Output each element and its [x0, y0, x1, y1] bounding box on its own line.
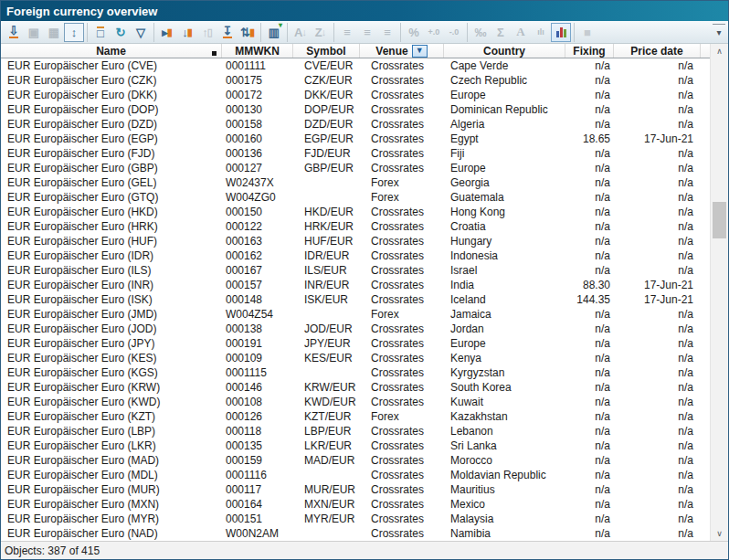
- table-row[interactable]: EUR Europäischer Euro (KZT)000126KZT/EUR…: [1, 409, 710, 424]
- column-header-mmwkn[interactable]: MMWKN: [222, 44, 293, 58]
- table-row[interactable]: EUR Europäischer Euro (GBP)000127GBP/EUR…: [1, 161, 710, 175]
- table-row[interactable]: EUR Europäischer Euro (DZD)000158DZD/EUR…: [1, 117, 710, 132]
- table-cell: n/a: [565, 336, 614, 351]
- table-cell: EGP/EUR: [293, 132, 360, 146]
- sort-za-icon[interactable]: Z↓: [311, 23, 331, 42]
- sort-insert-icon[interactable]: ↧: [217, 23, 238, 42]
- table-cell: 000151: [222, 512, 293, 526]
- table-row[interactable]: EUR Europäischer Euro (HKD)000150HKD/EUR…: [1, 205, 710, 219]
- table-row[interactable]: EUR Europäischer Euro (JPY)000191JPY/EUR…: [1, 336, 710, 351]
- icon-glyph: ≡: [343, 26, 351, 39]
- table-row[interactable]: EUR Europäischer Euro (HUF)000163HUF/EUR…: [1, 234, 710, 248]
- table-row[interactable]: EUR Europäischer Euro (DKK)000172DKK/EUR…: [1, 88, 710, 102]
- vertical-scrollbar[interactable]: ∧ ∨: [710, 44, 728, 541]
- restore-window-icon[interactable]: ▦: [44, 23, 64, 42]
- icon-glyph: +.0: [428, 27, 440, 37]
- add-decimal-icon[interactable]: +.0: [424, 23, 444, 42]
- table-row[interactable]: EUR Europäischer Euro (CVE)0001111CVE/EU…: [1, 58, 710, 73]
- table-row[interactable]: EUR Europäischer Euro (KRW)000146KRW/EUR…: [1, 380, 710, 395]
- align-right-icon[interactable]: ≡: [377, 23, 397, 42]
- table-cell: EUR Europäischer Euro (KRW): [1, 380, 222, 395]
- header-row: NameMMWKNSymbolVenue▼CountryFixingPrice …: [1, 44, 710, 58]
- column-header-symbol[interactable]: Symbol: [293, 44, 360, 58]
- table-row[interactable]: EUR Europäischer Euro (LBP)000118LBP/EUR…: [1, 424, 710, 438]
- table-row[interactable]: EUR Europäischer Euro (MUR)000117MUR/EUR…: [1, 482, 710, 497]
- table-row[interactable]: EUR Europäischer Euro (ILS)000167ILS/EUR…: [1, 263, 710, 278]
- table-row[interactable]: EUR Europäischer Euro (CZK)000175CZK/EUR…: [1, 73, 710, 88]
- cascade-window-icon[interactable]: ▣: [24, 23, 44, 42]
- export-row-icon[interactable]: ⇩: [4, 23, 24, 42]
- table-cell: n/a: [614, 205, 701, 219]
- sort-az-icon[interactable]: A↓: [291, 23, 311, 42]
- table-row[interactable]: EUR Europäischer Euro (INR)000157INR/EUR…: [1, 278, 710, 292]
- stats-icon[interactable]: ‰: [470, 23, 491, 42]
- scroll-down-icon[interactable]: ∨: [711, 526, 728, 541]
- new-view-icon[interactable]: □: [90, 23, 111, 42]
- venue-filter-button[interactable]: ▼: [412, 45, 428, 58]
- table-cell: Jamaica: [444, 307, 565, 322]
- refresh-icon[interactable]: ↻: [111, 23, 131, 42]
- table-cell: 000122: [222, 219, 293, 234]
- table-cell: INR/EUR: [293, 278, 360, 292]
- table-row[interactable]: EUR Europäischer Euro (FJD)000136FJD/EUR…: [1, 146, 710, 161]
- align-left-icon[interactable]: ≡: [337, 23, 357, 42]
- table-row[interactable]: EUR Europäischer Euro (EGP)000160EGP/EUR…: [1, 132, 710, 146]
- table-cell: n/a: [614, 526, 701, 541]
- fit-height-icon[interactable]: ↕: [64, 23, 84, 42]
- table-cell: n/a: [614, 497, 701, 512]
- table-row[interactable]: EUR Europäischer Euro (MYR)000151MYR/EUR…: [1, 512, 710, 526]
- table-row[interactable]: EUR Europäischer Euro (MAD)000159MAD/EUR…: [1, 453, 710, 468]
- table-cell: Crossrates: [360, 482, 444, 497]
- chart-colored-icon[interactable]: [551, 23, 571, 42]
- toolbar-overflow-icon[interactable]: ▾: [713, 24, 725, 40]
- icon-accent-glyph: ↓: [301, 26, 307, 37]
- scroll-up-icon[interactable]: ∧: [711, 44, 728, 58]
- column-header-fixing[interactable]: Fixing: [565, 44, 614, 58]
- chart-gray-icon[interactable]: ılı: [531, 23, 551, 42]
- insert-column-icon[interactable]: ▥: [264, 23, 284, 42]
- font-icon[interactable]: A: [511, 23, 531, 42]
- table-row[interactable]: EUR Europäischer Euro (KGS)0001115Crossr…: [1, 365, 710, 380]
- filter-settings-icon[interactable]: ▽: [131, 23, 151, 42]
- column-header-name[interactable]: Name: [1, 44, 222, 58]
- table-row[interactable]: EUR Europäischer Euro (JOD)000138JOD/EUR…: [1, 322, 710, 336]
- sum-icon[interactable]: Σ: [491, 23, 511, 42]
- table-cell: Crossrates: [360, 88, 444, 102]
- table-cell: n/a: [565, 58, 614, 73]
- table-row[interactable]: EUR Europäischer Euro (GTQ)W004ZG0ForexG…: [1, 190, 710, 205]
- table-cell: Crossrates: [360, 73, 444, 88]
- placeholder-icon[interactable]: ■: [577, 23, 597, 42]
- table-cell: Israel: [444, 263, 565, 278]
- percent-icon[interactable]: %: [404, 23, 424, 42]
- table-row[interactable]: EUR Europäischer Euro (NAD)W00N2AMCrossr…: [1, 526, 710, 541]
- table-row[interactable]: EUR Europäischer Euro (IDR)000162IDR/EUR…: [1, 248, 710, 263]
- remove-decimal-icon[interactable]: -.0: [444, 23, 464, 42]
- table-cell: Europe: [444, 336, 565, 351]
- move-down-icon[interactable]: ↓▮: [177, 23, 197, 42]
- table-cell: 000108: [222, 395, 293, 409]
- table-row[interactable]: EUR Europäischer Euro (JMD)W004Z54ForexJ…: [1, 307, 710, 322]
- column-header-price-date[interactable]: Price date: [614, 44, 701, 58]
- table-cell: Egypt: [444, 132, 565, 146]
- table-cell: n/a: [614, 395, 701, 409]
- column-header-venue[interactable]: Venue▼: [360, 44, 444, 58]
- align-center-icon[interactable]: ≡: [357, 23, 377, 42]
- scrollbar-thumb[interactable]: [713, 202, 726, 238]
- table-row[interactable]: EUR Europäischer Euro (MXN)000164MXN/EUR…: [1, 497, 710, 512]
- table-row[interactable]: EUR Europäischer Euro (LKR)000135LKR/EUR…: [1, 438, 710, 453]
- move-up-icon[interactable]: ↑▯: [197, 23, 217, 42]
- table-row[interactable]: EUR Europäischer Euro (KES)000109KES/EUR…: [1, 351, 710, 365]
- table-cell: 000157: [222, 278, 293, 292]
- table-row[interactable]: EUR Europäischer Euro (GEL)W02437XForexG…: [1, 175, 710, 190]
- column-header-country[interactable]: Country: [444, 44, 565, 58]
- value-bars-icon[interactable]: ⇅▮: [238, 23, 258, 42]
- table-row[interactable]: EUR Europäischer Euro (KWD)000108KWD/EUR…: [1, 395, 710, 409]
- table-row[interactable]: EUR Europäischer Euro (DOP)000130DOP/EUR…: [1, 102, 710, 117]
- table-cell: Crossrates: [360, 512, 444, 526]
- table-row[interactable]: EUR Europäischer Euro (HRK)000122HRK/EUR…: [1, 219, 710, 234]
- table-cell: W004Z54: [222, 307, 293, 322]
- table-cell: KES/EUR: [293, 351, 360, 365]
- move-first-icon[interactable]: ▸▮: [157, 23, 177, 42]
- table-row[interactable]: EUR Europäischer Euro (MDL)0001116Crossr…: [1, 468, 710, 482]
- table-row[interactable]: EUR Europäischer Euro (ISK)000148ISK/EUR…: [1, 292, 710, 307]
